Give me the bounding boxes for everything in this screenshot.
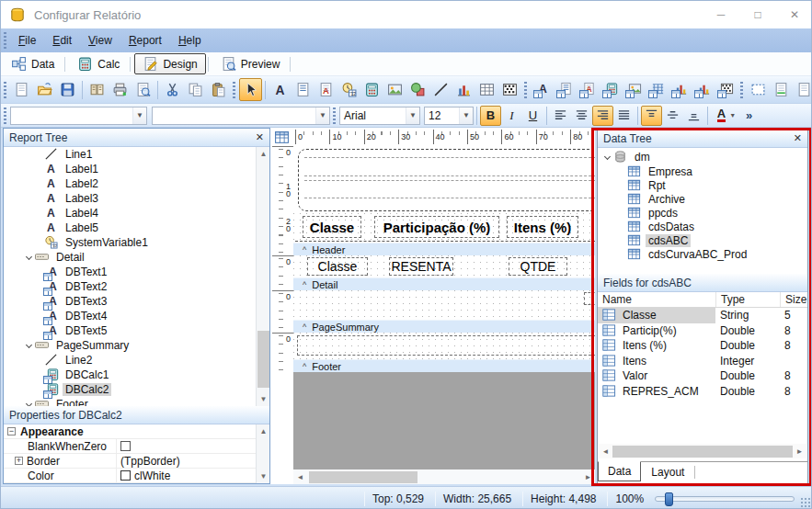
report-tree-item[interactable]: PageSummary	[4, 338, 256, 353]
print-tool-button[interactable]	[109, 78, 132, 101]
cut-tool-button[interactable]	[161, 78, 184, 101]
line-tool-button[interactable]	[429, 78, 452, 101]
detail-band-divider[interactable]: ^Detail	[293, 277, 595, 290]
minimize-button[interactable]: ─	[703, 1, 739, 28]
field-row[interactable]: ValorDouble8	[598, 368, 807, 384]
col-name[interactable]: Name	[598, 293, 715, 306]
italic-button[interactable]: I	[501, 106, 522, 126]
header-column-label[interactable]: Classe	[303, 216, 361, 238]
data-tree-item[interactable]: cdsDatas	[598, 220, 807, 233]
report-tree-item[interactable]: ADBText3	[4, 294, 256, 309]
band-collapse-icon[interactable]: ^	[303, 245, 306, 254]
bold-button[interactable]: B	[480, 106, 501, 126]
dbtext-tool-button[interactable]: A	[531, 78, 554, 101]
valign-top-button[interactable]	[641, 106, 662, 126]
header-column-label[interactable]: Participação (%)	[374, 216, 499, 238]
report-tree-item[interactable]: ALabel1	[4, 162, 256, 176]
header-band[interactable]: ClasseParticipação (%)Itens (%)	[293, 146, 595, 243]
page-setup-tool-button[interactable]	[86, 78, 109, 101]
bottom-tab-layout[interactable]: Layout	[641, 462, 694, 482]
fields-h-scrollbar[interactable]: ◄ ►	[599, 444, 806, 458]
dbbarcode-tool-button[interactable]	[715, 78, 738, 101]
footer-band-divider[interactable]: ^Footer	[293, 359, 595, 372]
band-collapse-icon[interactable]: ^	[303, 362, 306, 371]
align-justify-button[interactable]	[613, 106, 635, 126]
report-tree-item[interactable]: ADBText5	[4, 323, 256, 338]
report-tree-item[interactable]: ADBText2	[4, 279, 256, 294]
object-combo[interactable]: ▼	[10, 107, 147, 125]
data-tree-item[interactable]: cdsABC	[598, 233, 807, 247]
dbmemo-tool-button[interactable]	[554, 78, 577, 101]
chart-tool-button[interactable]	[452, 78, 475, 101]
font-name-combo-dropdown-icon[interactable]: ▼	[406, 107, 419, 124]
richtext-tool-button[interactable]: A	[315, 78, 337, 101]
tab-preview[interactable]: Preview	[212, 53, 289, 74]
menu-report[interactable]: Report	[120, 28, 170, 52]
data-tree-item[interactable]: ppcds	[598, 206, 807, 220]
memo-tool-button[interactable]	[292, 78, 315, 101]
report-tree-item[interactable]: Line2	[4, 353, 256, 368]
data-tree-item[interactable]: Rpt	[598, 178, 807, 192]
detail-dbtext[interactable]: QTDE	[509, 257, 567, 276]
format-overflow-button[interactable]: »	[746, 108, 752, 122]
report-tree-item[interactable]: Footer	[4, 397, 256, 406]
col-type[interactable]: Type	[715, 292, 780, 307]
maximize-button[interactable]: □	[739, 1, 776, 28]
underline-button[interactable]: U	[522, 106, 543, 126]
pagesummary-band[interactable]	[293, 290, 595, 320]
band-collapse-icon[interactable]: ^	[303, 280, 306, 289]
report-tree-item[interactable]: DBCalc1	[4, 368, 256, 382]
tab-calc[interactable]: Calc	[69, 53, 128, 74]
detail-dbtext[interactable]: Classe	[307, 257, 368, 276]
subreport-tool-button[interactable]	[770, 78, 793, 101]
close-button[interactable]: ✕	[776, 1, 812, 28]
zoom-slider[interactable]	[655, 496, 795, 502]
pagesummary-object[interactable]	[584, 292, 595, 305]
select-tool-button[interactable]	[239, 78, 262, 101]
report-tree-item[interactable]: ALabel4	[4, 206, 256, 221]
zoom-slider-thumb[interactable]	[665, 492, 673, 506]
report-tree-item[interactable]: ALabel3	[4, 191, 256, 206]
detail-dbtext[interactable]: RESENTA	[389, 257, 453, 276]
report-tree-close-icon[interactable]: ✕	[256, 131, 264, 143]
report-tree-item[interactable]: ADBText1	[4, 265, 256, 279]
property-value[interactable]: clWhite	[116, 469, 256, 482]
system-variable-tool-button[interactable]: 12	[337, 78, 360, 101]
col-size[interactable]: Size	[780, 292, 807, 307]
font-size-combo-dropdown-icon[interactable]: ▼	[459, 107, 473, 124]
properties-scrollbar[interactable]: ▲ ▼	[256, 424, 269, 483]
copy-tool-button[interactable]	[184, 78, 207, 101]
bottom-tab-data[interactable]: Data	[598, 461, 641, 481]
property-row[interactable]: +Border(TppBorder)	[4, 454, 256, 469]
menu-help[interactable]: Help	[170, 28, 210, 52]
new-tool-button[interactable]	[10, 78, 33, 101]
report-tree-scrollbar[interactable]: ▲ ▼	[256, 147, 269, 406]
collapse-icon[interactable]: −	[7, 427, 16, 435]
field-row[interactable]: Particip(%)Double8	[598, 323, 807, 339]
tab-data[interactable]: Data	[3, 53, 63, 74]
dbchart-tool-button[interactable]	[669, 78, 692, 101]
datafield-combo-dropdown-icon[interactable]: ▼	[315, 107, 329, 124]
datafield-combo[interactable]: ▼	[152, 107, 330, 125]
design-canvas[interactable]: 01020304050607080 01020000 ClassePartici…	[270, 128, 595, 484]
band-collapse-icon[interactable]: ^	[303, 322, 306, 332]
field-row[interactable]: REPRES_ACMDouble8	[598, 384, 807, 400]
data-tree-item[interactable]: Empresa	[598, 164, 807, 178]
open-tool-button[interactable]	[33, 78, 56, 101]
report-tree-item[interactable]: ALabel2	[4, 176, 256, 191]
font-size-combo[interactable]: 12▼	[424, 107, 474, 125]
crosstab-tool-button[interactable]	[475, 78, 498, 101]
expander-icon[interactable]	[26, 341, 32, 347]
paste-tool-button[interactable]	[207, 78, 230, 101]
valign-middle-button[interactable]	[662, 106, 683, 126]
report-tree-item[interactable]: Detail	[4, 250, 256, 265]
dbimage-tool-button[interactable]	[623, 78, 646, 101]
image-tool-button[interactable]	[383, 78, 406, 101]
object-combo-dropdown-icon[interactable]: ▼	[132, 107, 146, 124]
data-tree-root[interactable]: dm	[598, 150, 807, 164]
shape-tool-button[interactable]	[406, 78, 429, 101]
property-value[interactable]: (TppBorder)	[116, 454, 256, 468]
report-tree-item[interactable]: ALabel5	[4, 221, 256, 235]
header-band-divider[interactable]: ^Header	[293, 243, 595, 255]
dbgrid-tool-button[interactable]	[646, 78, 669, 101]
